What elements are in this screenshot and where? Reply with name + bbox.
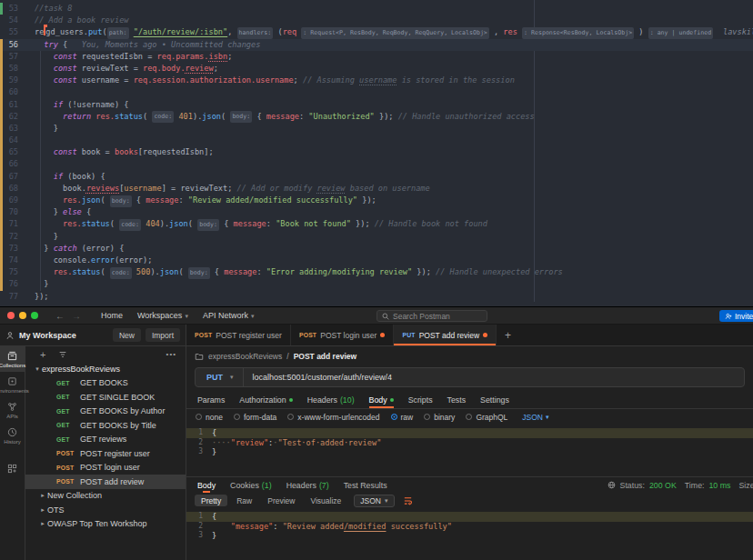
code-line: 54// Add a book review <box>0 15 753 26</box>
rail-item-more[interactable] <box>0 459 25 477</box>
request-tab-params[interactable]: Params <box>190 392 232 408</box>
request-tab-headers[interactable]: Headers(10) <box>300 392 362 408</box>
tree-request-item[interactable]: POSTPOST register user <box>25 446 186 461</box>
tree-request-item[interactable]: GETGET BOOKS <box>25 376 186 391</box>
response-tab-cookies[interactable]: Cookies(1) <box>228 477 274 493</box>
body-mode-none[interactable]: none <box>196 413 223 422</box>
view-button-raw[interactable]: Raw <box>230 495 258 506</box>
minimize-window-button[interactable] <box>19 312 26 319</box>
code-line: 69 res.json( body: { message: "Review ad… <box>0 195 753 206</box>
unsaved-dot <box>380 333 385 337</box>
configured-dot <box>390 398 394 402</box>
new-button[interactable]: New <box>113 328 141 342</box>
body-mode-raw[interactable]: raw <box>391 413 414 422</box>
request-tab-scripts[interactable]: Scripts <box>401 392 440 408</box>
wrap-text-icon[interactable] <box>403 495 413 505</box>
mode-label: raw <box>401 413 414 422</box>
tree-collection-collapsed[interactable]: ▸OTS <box>25 503 186 517</box>
add-collection-button[interactable]: + <box>40 349 45 360</box>
response-tab-headers[interactable]: Headers(7) <box>285 477 331 493</box>
url-input[interactable]: localhost:5001/customer/auth/review/4 <box>244 373 402 382</box>
json-text: { <box>212 428 216 438</box>
maximize-window-button[interactable] <box>31 312 38 319</box>
body-mode-form-data[interactable]: form-data <box>234 413 276 422</box>
response-body-line: 2 "message": "Review added/modified succ… <box>186 522 753 532</box>
tree-collection-collapsed[interactable]: ▸OWASP Top Ten Workshop <box>25 517 186 532</box>
breadcrumb-collection[interactable]: expressBookReviews <box>208 352 282 361</box>
nav-item-api-network[interactable]: API Network▾ <box>203 311 255 320</box>
close-window-button[interactable] <box>7 312 15 319</box>
filter-icon[interactable] <box>58 350 67 359</box>
request-name: GET BOOKS by Title <box>80 421 156 430</box>
sidebar-more-icon[interactable]: ••• <box>166 350 176 358</box>
tree-request-item[interactable]: POSTPOST login user <box>25 461 186 475</box>
nav-item-workspaces[interactable]: Workspaces▾ <box>137 311 188 320</box>
line-number: 62 <box>2 111 18 123</box>
collections-sidebar: + ••• ▾expressBookReviewsGETGET BOOKSGET… <box>25 346 186 560</box>
code-text: res.status( code: 404).json( body: { mes… <box>35 218 487 231</box>
back-arrow-icon[interactable]: ← <box>55 311 65 321</box>
rail-item-environments[interactable]: Environments <box>0 372 25 397</box>
code-text: return res.status( code: 401).json( body… <box>35 111 535 124</box>
rail-item-collections[interactable]: Collections <box>0 346 25 372</box>
time-label: Time: <box>685 481 705 490</box>
open-request-tab[interactable]: PUTPOST add review <box>394 325 497 345</box>
code-line: 70 } else { <box>0 206 753 218</box>
body-mode-graphql[interactable]: GraphQL <box>466 413 507 422</box>
response-body-viewer[interactable]: 1{2 "message": "Review added/modified su… <box>186 508 753 560</box>
tree-request-item[interactable]: GETGET BOOKS by Author <box>25 405 186 419</box>
code-text: } <box>35 231 58 243</box>
forward-arrow-icon[interactable]: → <box>72 311 81 321</box>
view-button-preview[interactable]: Preview <box>261 495 301 506</box>
line-number: 64 <box>2 135 18 146</box>
method-select[interactable]: PUT <box>196 373 230 382</box>
workspace-title[interactable]: My Workspace <box>19 331 108 340</box>
response-language-select[interactable]: JSON ▾ <box>354 495 394 507</box>
invite-button[interactable]: Invite <box>719 310 753 322</box>
collections-icon <box>7 351 17 361</box>
code-text: if (book) { <box>35 171 105 183</box>
line-number: 73 <box>2 243 18 255</box>
breadcrumb-request-name: POST add review <box>294 352 356 361</box>
request-tab-tests[interactable]: Tests <box>440 392 474 408</box>
tree-request-item[interactable]: GETGET reviews <box>25 433 186 447</box>
code-text: } <box>35 123 58 135</box>
code-text: } catch (error) { <box>35 243 124 255</box>
response-tabs: BodyCookies(1)Headers(7)Test Results <box>196 477 389 493</box>
search-box[interactable]: Search Postman <box>376 310 487 322</box>
body-mode-x-www-form-urlencoded[interactable]: x-www-form-urlencoded <box>287 413 379 422</box>
method-badge: GET <box>56 380 80 386</box>
code-line: 64 <box>0 135 753 146</box>
view-button-visualize[interactable]: Visualize <box>304 495 347 506</box>
tab-label: POST login user <box>320 331 376 340</box>
body-mode-binary[interactable]: binary <box>424 413 455 422</box>
rail-item-history[interactable]: History <box>0 423 25 448</box>
collaborator-caret <box>44 27 45 35</box>
radio-icon <box>466 414 472 420</box>
nav-item-home[interactable]: Home <box>101 311 123 320</box>
code-line: 56 try { You, Moments ago • Uncommitted … <box>0 39 753 51</box>
response-tab-test-results[interactable]: Test Results <box>342 477 389 493</box>
breadcrumb: expressBookReviews / POST add review <box>186 346 753 365</box>
request-tab-settings[interactable]: Settings <box>473 392 517 408</box>
radio-icon <box>196 414 202 420</box>
tree-request-item[interactable]: GETGET BOOKS by Title <box>25 418 186 433</box>
tree-request-item[interactable]: POSTPOST add review <box>25 475 186 489</box>
response-tab-body[interactable]: Body <box>196 477 217 493</box>
open-request-tab[interactable]: POSTPOST register user <box>186 325 291 345</box>
request-body-editor[interactable]: 1{2····"review":·"Test·of·added·review"3… <box>186 425 753 476</box>
apis-icon <box>7 402 17 412</box>
import-button[interactable]: Import <box>146 328 180 342</box>
request-tab-authorization[interactable]: Authorization <box>232 392 299 408</box>
tree-request-item[interactable]: GETGET SINGLE BOOK <box>25 390 186 405</box>
view-button-pretty[interactable]: Pretty <box>195 495 227 506</box>
code-editor[interactable]: 53//task 854// Add a book review55regd_u… <box>0 0 753 306</box>
request-tab-body[interactable]: Body <box>362 392 401 408</box>
rail-item-apis[interactable]: APIs <box>0 397 25 423</box>
new-tab-button[interactable]: + <box>497 325 519 345</box>
tree-collection-collapsed[interactable]: ▸New Collection <box>25 489 186 504</box>
open-request-tab[interactable]: POSTPOST login user <box>291 325 395 345</box>
request-language-select[interactable]: JSON▾ <box>522 413 548 422</box>
collection-row[interactable]: ▾expressBookReviews <box>25 362 186 376</box>
method-chevron-icon[interactable]: ▾ <box>230 374 243 381</box>
